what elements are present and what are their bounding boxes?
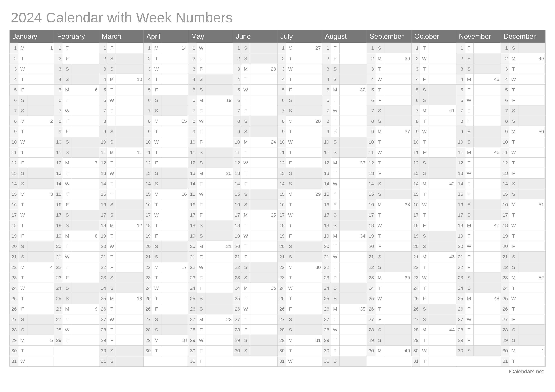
week-number-cell bbox=[384, 64, 411, 74]
day-number: 28 bbox=[322, 325, 331, 335]
week-number-cell bbox=[518, 147, 545, 158]
day-row: 15W bbox=[188, 189, 233, 200]
day-row: 2F bbox=[322, 53, 367, 64]
day-number: 4 bbox=[411, 74, 420, 85]
day-of-week: W bbox=[286, 64, 295, 74]
week-number-cell: 1 bbox=[27, 43, 54, 53]
day-row: 27T bbox=[233, 314, 278, 325]
week-number-cell bbox=[429, 126, 456, 137]
day-number: 6 bbox=[456, 95, 465, 106]
day-number: 31 bbox=[278, 356, 286, 366]
day-of-week: S bbox=[375, 252, 384, 262]
week-number-cell bbox=[27, 231, 54, 241]
day-row: 5T bbox=[501, 85, 545, 95]
day-of-week: S bbox=[18, 106, 27, 116]
week-number-cell bbox=[295, 314, 322, 325]
day-number: 17 bbox=[501, 210, 509, 220]
week-number-cell bbox=[116, 252, 144, 262]
day-of-week: F bbox=[465, 43, 474, 53]
day-row: 6S bbox=[411, 95, 456, 106]
day-of-week: M bbox=[509, 346, 518, 356]
month-header: March bbox=[99, 30, 144, 43]
day-of-week: S bbox=[465, 210, 474, 220]
day-number: 25 bbox=[501, 293, 509, 304]
day-row: 17F bbox=[188, 210, 233, 220]
day-number: 26 bbox=[456, 304, 465, 314]
day-row: 12T bbox=[456, 158, 501, 168]
day-of-week: F bbox=[18, 304, 27, 314]
day-row: 13F bbox=[501, 168, 545, 178]
day-number: 9 bbox=[233, 126, 241, 137]
week-number-cell bbox=[161, 168, 188, 178]
day-row: 1T bbox=[54, 43, 99, 53]
week-number-cell bbox=[161, 64, 188, 74]
day-of-week: F bbox=[18, 85, 27, 95]
week-number-cell bbox=[27, 356, 54, 366]
day-row: 20T bbox=[322, 241, 367, 252]
day-of-week: W bbox=[241, 85, 250, 95]
week-number-cell bbox=[429, 116, 456, 126]
day-row: 28T bbox=[99, 325, 144, 335]
month-header: June bbox=[233, 30, 278, 43]
day-row: 24S bbox=[54, 283, 99, 293]
day-of-week: S bbox=[286, 178, 295, 189]
day-of-week: M bbox=[509, 272, 518, 283]
week-number-cell bbox=[518, 116, 545, 126]
day-of-week: F bbox=[331, 126, 340, 137]
week-number-cell bbox=[250, 168, 278, 178]
day-number: 25 bbox=[278, 293, 286, 304]
week-number-cell bbox=[116, 283, 144, 293]
week-number-cell bbox=[27, 158, 54, 168]
week-number-cell bbox=[116, 158, 144, 168]
week-number-cell: 10 bbox=[116, 74, 144, 85]
day-number: 16 bbox=[188, 200, 197, 210]
day-row: 14T bbox=[188, 178, 233, 189]
day-number: 23 bbox=[10, 272, 18, 283]
day-row: 3T bbox=[501, 64, 545, 74]
day-number: 11 bbox=[10, 147, 18, 158]
week-number-cell bbox=[474, 43, 501, 53]
week-number-cell bbox=[295, 95, 322, 106]
week-number-cell bbox=[116, 262, 144, 272]
day-row: 9T bbox=[188, 126, 233, 137]
day-row: 5F bbox=[10, 85, 54, 95]
day-number: 28 bbox=[99, 325, 107, 335]
week-number-cell bbox=[27, 304, 54, 314]
day-number: 10 bbox=[411, 137, 420, 147]
day-row: 22W bbox=[188, 262, 233, 272]
week-number-cell bbox=[384, 210, 411, 220]
day-row bbox=[144, 356, 188, 366]
day-row: 24M26 bbox=[233, 283, 278, 293]
day-of-week: W bbox=[286, 356, 295, 366]
week-number-cell: 9 bbox=[72, 304, 99, 314]
week-number-cell bbox=[295, 106, 322, 116]
day-of-week: S bbox=[152, 168, 161, 178]
day-of-week: W bbox=[375, 220, 384, 231]
day-of-week: T bbox=[286, 272, 295, 283]
day-number: 22 bbox=[367, 262, 375, 272]
day-of-week: S bbox=[18, 241, 27, 252]
day-of-week: S bbox=[509, 189, 518, 200]
day-of-week: M bbox=[152, 189, 161, 200]
day-row: 9F bbox=[322, 126, 367, 137]
day-number: 10 bbox=[501, 137, 509, 147]
day-of-week: M bbox=[63, 85, 72, 95]
month-header: January bbox=[10, 30, 54, 43]
day-of-week: F bbox=[197, 356, 206, 366]
day-row: 20W bbox=[99, 241, 144, 252]
week-number-cell: 32 bbox=[340, 85, 367, 95]
day-of-week: F bbox=[420, 220, 429, 231]
day-of-week: S bbox=[107, 283, 116, 293]
day-of-week: S bbox=[375, 189, 384, 200]
day-of-week: T bbox=[152, 200, 161, 210]
day-row: 13W bbox=[456, 168, 501, 178]
day-number: 17 bbox=[99, 210, 107, 220]
week-number-cell bbox=[72, 168, 99, 178]
day-row: 7S bbox=[144, 106, 188, 116]
day-of-week: T bbox=[197, 106, 206, 116]
day-row: 11S bbox=[322, 147, 367, 158]
day-row: 20T bbox=[54, 241, 99, 252]
day-of-week: M bbox=[107, 74, 116, 85]
day-row: 24S bbox=[456, 283, 501, 293]
day-of-week: T bbox=[152, 126, 161, 137]
